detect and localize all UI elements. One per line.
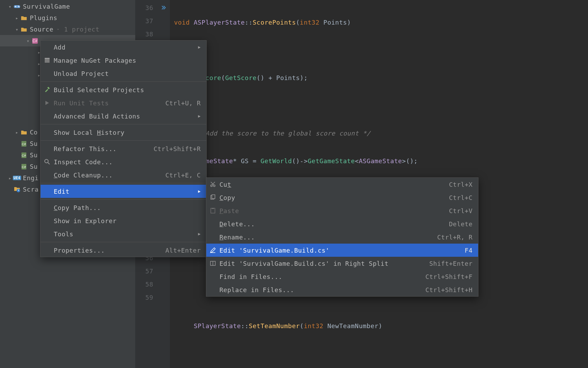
menu-item-build[interactable]: Build Selected Projects	[41, 83, 206, 96]
menu-item-edit[interactable]: Edit▶	[41, 185, 206, 198]
tree-note: · 1 project	[56, 26, 100, 33]
context-menu-project: Add▶ Manage NuGet Packages Unload Projec…	[40, 40, 207, 257]
magnifier-icon	[41, 159, 54, 165]
scratches-icon	[13, 186, 21, 193]
menu-item-edit-split[interactable]: Edit 'SurvivalGame.Build.cs' in Right Sp…	[206, 257, 478, 270]
svg-rect-24	[212, 195, 215, 199]
svg-point-1	[18, 6, 19, 7]
menu-item-cleanup[interactable]: Code Cleanup...Ctrl+E, C	[41, 168, 206, 182]
chevron-down-icon: ▾	[25, 38, 31, 44]
tree-label: Source	[30, 26, 53, 33]
menu-item-show-explorer[interactable]: Show in Explorer	[41, 214, 206, 227]
chevron-right-icon: ▸	[7, 175, 13, 181]
svg-rect-14	[45, 59, 50, 63]
paste-icon	[206, 208, 219, 214]
menu-item-replace-in-files[interactable]: Replace in Files...Ctrl+Shift+H	[206, 283, 478, 296]
menu-item-copy[interactable]: CopyCtrl+C	[206, 191, 478, 204]
unreal-engine-icon: UE4	[13, 176, 21, 180]
tree-label: Su	[30, 140, 38, 147]
chevron-right-icon: ▶	[198, 231, 201, 236]
tree-item-plugins[interactable]: ▸ Plugins	[0, 12, 135, 24]
tree-label: Co	[30, 129, 38, 136]
chevron-right-icon: ▶	[198, 45, 201, 50]
split-right-icon	[206, 260, 219, 266]
folder-icon	[20, 27, 28, 32]
pencil-icon	[206, 247, 219, 253]
menu-item-tools[interactable]: Tools▶	[41, 227, 206, 240]
chevron-down-icon: ▾	[14, 27, 20, 32]
scissors-icon	[206, 181, 219, 187]
menu-item-inspect[interactable]: Inspect Code...	[41, 155, 206, 168]
menu-item-unload[interactable]: Unload Project	[41, 67, 206, 80]
menu-item-run-tests: Run Unit TestsCtrl+U, R	[41, 96, 206, 109]
line-number: 38	[135, 28, 157, 41]
copy-icon	[206, 194, 219, 201]
tree-label: SurvivalGame	[23, 3, 70, 10]
tree-item-source[interactable]: ▾ Source · 1 project	[0, 24, 135, 35]
play-icon	[41, 100, 54, 105]
chevron-right-icon: ▸	[14, 130, 20, 135]
svg-rect-25	[211, 208, 215, 213]
tree-item-root[interactable]: ▾ SurvivalGame	[0, 1, 135, 12]
menu-item-rename[interactable]: Rename...Ctrl+R, R	[206, 230, 478, 244]
context-menu-edit: CutCtrl+X CopyCtrl+C PasteCtrl+V Delete.…	[206, 177, 478, 297]
menu-item-cut[interactable]: CutCtrl+X	[206, 178, 478, 191]
implements-icon[interactable]	[157, 1, 170, 15]
tree-label: Plugins	[30, 14, 57, 21]
line-number: 37	[135, 15, 157, 28]
nuget-icon	[41, 57, 54, 63]
svg-rect-16	[47, 87, 50, 89]
chevron-down-icon: ▾	[7, 4, 13, 9]
svg-point-2	[19, 6, 20, 7]
game-controller-icon	[13, 4, 21, 9]
svg-text:C#: C#	[22, 154, 26, 157]
line-number: 36	[135, 1, 157, 15]
svg-text:C#: C#	[33, 39, 37, 43]
menu-item-advanced-build[interactable]: Advanced Build Actions▶	[41, 109, 206, 123]
menu-item-refactor[interactable]: Refactor This...Ctrl+Shift+R	[41, 142, 206, 155]
tree-label: Engi	[23, 174, 38, 182]
line-number: 58	[135, 278, 157, 291]
tree-label: Su	[30, 163, 38, 170]
chevron-right-icon: ▶	[198, 189, 201, 194]
csharp-file-icon: C#	[20, 141, 28, 147]
menu-item-properties[interactable]: Properties...Alt+Enter	[41, 244, 206, 257]
folder-icon	[20, 16, 28, 20]
tree-label: Su	[30, 151, 38, 159]
menu-item-local-history[interactable]: Show Local History	[41, 126, 206, 139]
svg-text:C#: C#	[22, 142, 26, 146]
svg-point-17	[45, 159, 48, 163]
chevron-right-icon: ▶	[198, 114, 201, 119]
csharp-file-icon: C#	[20, 152, 28, 158]
svg-text:C#: C#	[22, 165, 26, 169]
menu-item-find-in-files[interactable]: Find in Files...Ctrl+Shift+F	[206, 270, 478, 283]
tree-label: Scra	[23, 186, 38, 193]
menu-item-copy-path[interactable]: Copy Path...	[41, 201, 206, 214]
menu-item-paste: PasteCtrl+V	[206, 204, 478, 217]
csharp-project-icon: C#	[31, 38, 39, 44]
csharp-file-icon: C#	[20, 164, 28, 170]
hammer-icon	[41, 87, 54, 93]
svg-rect-4	[15, 6, 16, 7]
menu-item-delete[interactable]: Delete...Delete	[206, 217, 478, 230]
svg-rect-26	[212, 208, 214, 209]
line-number: 59	[135, 291, 157, 304]
menu-item-edit-file[interactable]: Edit 'SurvivalGame.Build.cs'F4	[206, 244, 478, 257]
line-number: 57	[135, 265, 157, 278]
menu-item-add[interactable]: Add▶	[41, 41, 206, 54]
menu-item-nuget[interactable]: Manage NuGet Packages	[41, 54, 206, 67]
folder-icon	[20, 130, 28, 135]
svg-rect-15	[45, 58, 50, 59]
svg-line-18	[48, 163, 50, 164]
chevron-right-icon: ▸	[14, 15, 20, 21]
